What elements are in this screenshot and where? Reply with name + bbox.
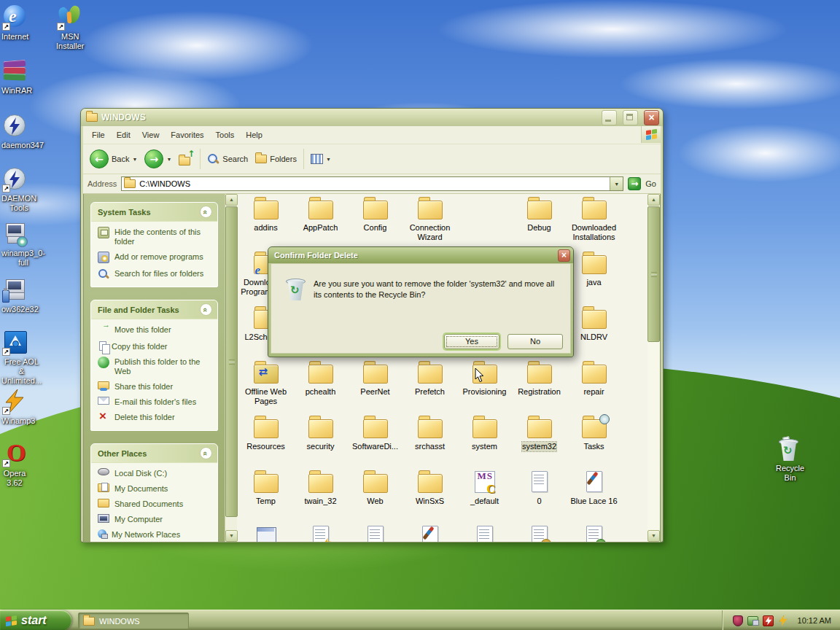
back-dropdown-icon[interactable]: ▼	[132, 157, 137, 162]
back-button[interactable]: ← Back ▼	[86, 147, 141, 171]
file-slot[interactable]	[457, 524, 512, 542]
menu-item-file[interactable]: File	[86, 128, 111, 141]
folders-button[interactable]: Folders	[252, 147, 300, 171]
file-item[interactable]: system32	[512, 414, 567, 469]
file-item[interactable]: java	[567, 250, 621, 305]
dialog-titlebar[interactable]: Confirm Folder Delete ×	[268, 247, 573, 263]
file-item[interactable]: PeerNet	[348, 359, 402, 414]
desktop-icon-internet[interactable]: e Internet	[1, 4, 28, 34]
desktop-icon-free-aol[interactable]: Free AOL & Unlimited...	[1, 330, 28, 359]
task-link[interactable]: Publish this folder to the Web	[98, 357, 212, 376]
menu-item-edit[interactable]: Edit	[111, 128, 136, 141]
file-item[interactable]: 0	[512, 469, 567, 524]
file-item[interactable]: twain_32	[293, 469, 348, 524]
views-button[interactable]: ▼	[307, 147, 335, 171]
section-header[interactable]: Other Places	[91, 444, 217, 463]
desktop-icon-msn-installer[interactable]: MSN Installer	[56, 4, 82, 34]
menu-item-help[interactable]: Help	[240, 128, 268, 141]
task-link[interactable]: Move this folder	[98, 325, 212, 336]
task-link[interactable]: E-mail this folder's files	[98, 397, 212, 407]
maximize-button[interactable]	[623, 110, 638, 125]
winamp-tray-icon[interactable]	[778, 615, 789, 626]
task-link[interactable]: Search for files or folders	[98, 269, 212, 280]
file-item[interactable]: Registration	[512, 359, 567, 414]
menu-item-favorites[interactable]: Favorites	[165, 128, 209, 141]
desktop-icon-recycle-bin[interactable]: ↻ Recycle Bin	[776, 436, 802, 465]
scroll-up-button[interactable]: ▲	[648, 194, 660, 206]
daemon-tools-tray-icon[interactable]	[763, 615, 774, 626]
file-item[interactable]: Blue Lace 16	[567, 469, 621, 524]
section-header[interactable]: File and Folder Tasks	[91, 300, 217, 319]
scroll-thumb[interactable]	[225, 206, 238, 517]
file-slot[interactable]	[512, 524, 567, 542]
file-item[interactable]: Web	[348, 469, 402, 524]
views-dropdown-icon[interactable]: ▼	[326, 157, 331, 162]
minimize-button[interactable]	[602, 110, 617, 125]
scroll-thumb[interactable]	[648, 206, 660, 342]
address-combo[interactable]: C:\WINDOWS ▼	[121, 176, 623, 191]
file-item[interactable]: Resources	[238, 414, 293, 469]
task-link[interactable]: Local Disk (C:)	[98, 469, 212, 478]
go-icon[interactable]: →	[628, 177, 641, 190]
close-button[interactable]: ×	[644, 110, 659, 125]
no-button[interactable]: No	[508, 334, 563, 349]
task-link[interactable]: Share this folder	[98, 382, 212, 392]
file-item[interactable]: system	[457, 414, 512, 469]
task-link[interactable]: My Documents	[98, 484, 212, 494]
file-item[interactable]: Debug	[512, 195, 567, 250]
desktop-icon-ow362e32[interactable]: ow362e32	[1, 277, 28, 306]
desktop-icon-winamp3-full[interactable]: winamp3_0-full	[1, 221, 28, 250]
address-dropdown-button[interactable]: ▼	[610, 177, 623, 190]
task-link[interactable]: Delete this folder	[98, 413, 212, 424]
task-link[interactable]: My Computer	[98, 515, 212, 524]
file-item[interactable]: C_default	[457, 469, 512, 524]
file-item[interactable]: security	[293, 414, 348, 469]
file-slot[interactable]	[402, 524, 457, 542]
file-item[interactable]: SoftwareDi...	[348, 414, 402, 469]
file-item[interactable]: Config	[348, 195, 402, 250]
file-slot[interactable]	[567, 524, 621, 542]
desktop-icon-opera[interactable]: O Opera 3.62	[1, 441, 28, 470]
file-item[interactable]: Provisioning	[457, 359, 512, 414]
scroll-up-button[interactable]: ▲	[225, 194, 238, 206]
start-button[interactable]: start	[0, 610, 71, 630]
scroll-down-button[interactable]: ▼	[225, 530, 238, 542]
task-link[interactable]: My Network Places	[98, 530, 212, 540]
task-link[interactable]: Copy this folder	[98, 342, 212, 351]
go-label[interactable]: Go	[645, 179, 656, 188]
filelist-scrollbar[interactable]: ▲ ▼	[648, 194, 660, 542]
file-item[interactable]: Temp	[238, 469, 293, 524]
file-item[interactable]: Tasks	[567, 414, 621, 469]
file-item[interactable]: srchasst	[402, 414, 457, 469]
menu-item-view[interactable]: View	[136, 128, 166, 141]
taskpane-scrollbar[interactable]: ▲ ▼	[225, 194, 237, 542]
taskbar-task-windows[interactable]: WINDOWS	[78, 612, 189, 629]
search-button[interactable]: Search	[203, 147, 252, 171]
chevron-up-icon[interactable]	[200, 303, 212, 316]
file-item[interactable]: ⇄Offline Web Pages	[238, 359, 293, 414]
file-item[interactable]: Connection Wizard	[402, 195, 457, 250]
chevron-up-icon[interactable]	[200, 447, 212, 459]
yes-button[interactable]: Yes	[444, 334, 499, 349]
desktop-icon-winamp3[interactable]: Winamp3	[1, 389, 28, 418]
file-item[interactable]: Prefetch	[402, 359, 457, 414]
file-item[interactable]: pchealth	[293, 359, 348, 414]
up-button[interactable]: ↑	[175, 147, 197, 171]
task-link[interactable]: Shared Documents	[98, 499, 212, 509]
dialog-close-button[interactable]: ×	[558, 249, 570, 262]
file-item[interactable]: addins	[238, 195, 293, 250]
menu-item-tools[interactable]: Tools	[210, 128, 241, 141]
file-slot[interactable]	[348, 524, 402, 542]
desktop-icon-daemon347[interactable]: daemon347	[1, 113, 28, 142]
window-titlebar[interactable]: WINDOWS ×	[81, 109, 663, 126]
desktop-icon-daemon-tools[interactable]: DAEMON Tools	[1, 166, 28, 195]
file-item[interactable]: repair	[567, 359, 621, 414]
file-item[interactable]: AppPatch	[293, 195, 348, 250]
network-tray-icon[interactable]	[747, 616, 758, 626]
file-item[interactable]: Downloaded Installations	[567, 195, 621, 250]
section-header[interactable]: System Tasks	[91, 203, 217, 222]
file-item[interactable]: WinSxS	[402, 469, 457, 524]
antivirus-tray-icon[interactable]	[733, 615, 743, 626]
desktop-icon-winrar[interactable]: WinRAR	[1, 58, 28, 88]
scroll-down-button[interactable]: ▼	[648, 530, 660, 542]
